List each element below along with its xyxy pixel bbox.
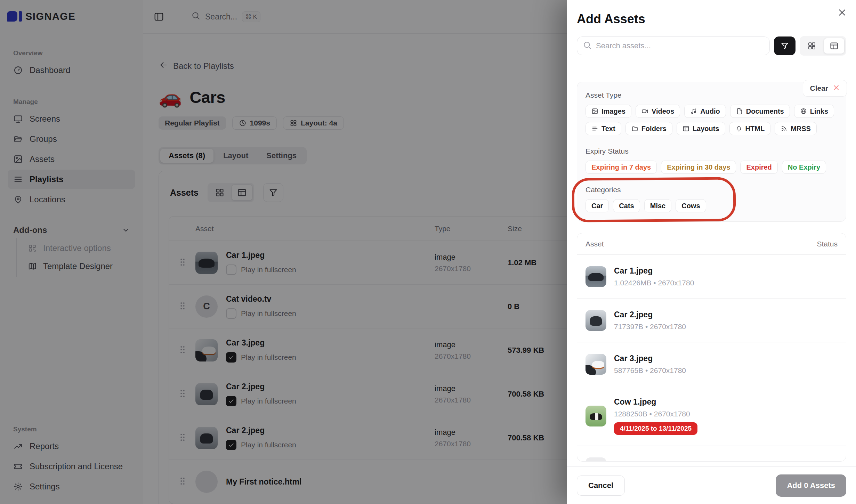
folder-icon: [631, 125, 638, 132]
asset-type-chip-text[interactable]: Text: [586, 122, 621, 135]
category-chip-cows[interactable]: Cows: [676, 199, 706, 212]
expiry-chip-expiring-in-7-days[interactable]: Expiring in 7 days: [586, 161, 657, 174]
category-chip-misc[interactable]: Misc: [644, 199, 671, 212]
asset-type-chip-documents[interactable]: Documents: [730, 105, 790, 118]
search-icon: [583, 41, 592, 50]
asset-search[interactable]: [577, 36, 770, 55]
asset-type-chip-mrss[interactable]: MRSS: [775, 122, 817, 135]
column-status: Status: [817, 240, 838, 248]
close-icon[interactable]: [837, 8, 847, 18]
table-view-icon: [830, 41, 839, 50]
asset-type-chip-images[interactable]: Images: [586, 105, 631, 118]
add-assets-panel: Add Assets Clear Asset Type ImagesVideos…: [567, 0, 856, 504]
category-chip-cats[interactable]: Cats: [613, 199, 640, 212]
asset-type-chips: ImagesVideosAudioDocumentsLinks: [586, 105, 838, 118]
asset-type-chip-videos[interactable]: Videos: [636, 105, 680, 118]
category-chips: CarCatsMiscCows: [586, 199, 838, 212]
asset-thumbnail: [586, 406, 606, 426]
expiry-date-badge: 4/11/2025 to 13/11/2025: [614, 422, 697, 435]
rss-icon: [781, 125, 788, 132]
asset-list-item[interactable]: Car 2.jpeg 717397B • 2670x1780: [577, 299, 846, 342]
asset-type-chip-html[interactable]: HTML: [729, 122, 771, 135]
column-asset: Asset: [586, 240, 604, 248]
panel-body: Clear Asset Type ImagesVideosAudioDocume…: [567, 67, 856, 466]
clear-filters-button[interactable]: Clear: [803, 80, 847, 97]
video-icon: [641, 108, 648, 115]
close-icon: [837, 8, 847, 17]
filter-icon: [780, 41, 789, 50]
asset-list-item[interactable]: Cow 1.jpeg 1288250B • 2670x17804/11/2025…: [577, 386, 846, 446]
clear-label: Clear: [810, 84, 828, 92]
filter-toggle-button[interactable]: [774, 36, 796, 55]
layout-icon: [683, 125, 689, 132]
asset-type-chip-audio[interactable]: Audio: [684, 105, 726, 118]
image-icon: [591, 108, 598, 115]
panel-footer: Cancel Add 0 Assets: [567, 466, 856, 504]
clear-x-icon: [832, 84, 840, 91]
panel-view-toggle: [800, 36, 846, 56]
asset-type-chip-links[interactable]: Links: [794, 105, 834, 118]
filter-card: Clear Asset Type ImagesVideosAudioDocume…: [577, 82, 846, 222]
asset-thumbnail: [586, 310, 606, 331]
cancel-button[interactable]: Cancel: [577, 475, 625, 496]
panel-title: Add Assets: [577, 12, 846, 26]
asset-type-chip-layouts[interactable]: Layouts: [677, 122, 725, 135]
music-icon: [690, 108, 697, 115]
close-icon: [832, 84, 840, 93]
file-icon: [736, 108, 743, 115]
expiry-chip-expired[interactable]: Expired: [740, 161, 777, 174]
panel-header: Add Assets: [567, 0, 856, 67]
asset-list-header: Asset Status: [577, 233, 846, 255]
table-view-button[interactable]: [824, 38, 845, 54]
asset-list-item[interactable]: Cow 2.jpeg: [577, 446, 846, 462]
asset-type-chips: TextFoldersLayoutsHTMLMRSS: [586, 122, 838, 135]
asset-list-card: Asset Status Car 1.jpeg 1.02426MB • 2670…: [577, 233, 846, 462]
search-icon: [583, 41, 592, 51]
asset-thumbnail: [586, 354, 606, 375]
asset-list: Car 1.jpeg 1.02426MB • 2670x1780 Car 2.j…: [577, 255, 846, 462]
add-assets-button[interactable]: Add 0 Assets: [776, 474, 846, 497]
grid-view-icon: [807, 41, 816, 50]
categories-label: Categories: [586, 186, 838, 194]
asset-type-chip-folders[interactable]: Folders: [625, 122, 672, 135]
asset-thumbnail: [586, 457, 606, 462]
grid-view-button[interactable]: [801, 38, 822, 54]
expiry-chip-no-expiry[interactable]: No Expiry: [782, 161, 826, 174]
expiry-status-chips: Expiring in 7 daysExpiring in 30 daysExp…: [586, 161, 838, 174]
globe-icon: [800, 108, 807, 115]
asset-list-item[interactable]: Car 1.jpeg 1.02426MB • 2670x1780: [577, 255, 846, 299]
asset-search-input[interactable]: [596, 41, 764, 50]
expiry-chip-expiring-in-30-days[interactable]: Expiring in 30 days: [661, 161, 736, 174]
expiry-status-label: Expiry Status: [586, 147, 838, 155]
panel-controls: [577, 36, 846, 56]
category-chip-car[interactable]: Car: [586, 199, 609, 212]
textLines-icon: [591, 125, 598, 132]
asset-thumbnail: [586, 266, 606, 287]
asset-list-item[interactable]: Car 3.jpeg 587765B • 2670x1780: [577, 342, 846, 386]
bell-icon: [735, 125, 742, 132]
asset-type-label: Asset Type: [586, 91, 838, 99]
